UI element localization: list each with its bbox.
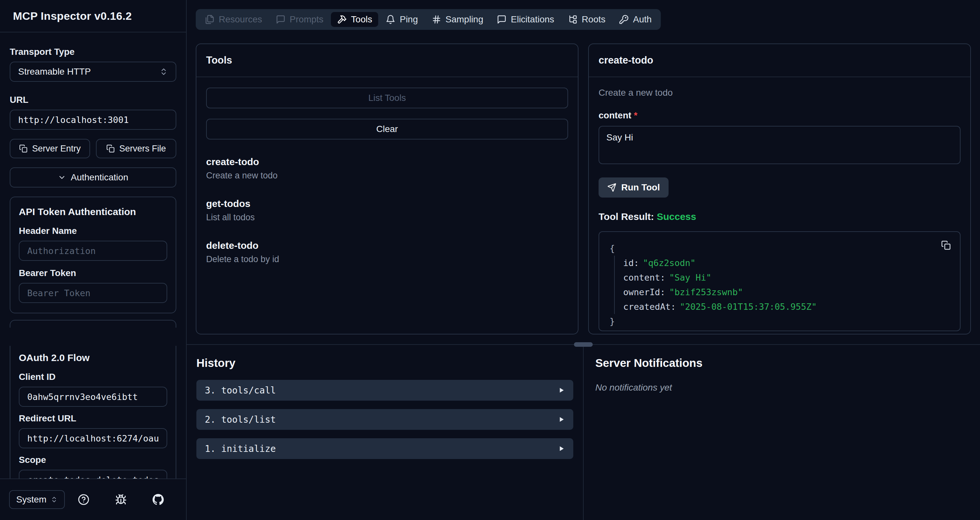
scope-input[interactable]	[19, 470, 167, 479]
transport-type-select[interactable]: Streamable HTTP	[10, 62, 176, 82]
copy-icon	[19, 144, 27, 153]
copy-result-button[interactable]	[941, 240, 951, 250]
clipped-card	[10, 320, 176, 328]
sidebar-header: MCP Inspector v0.16.2	[0, 0, 186, 32]
server-entry-button[interactable]: Server Entry	[10, 139, 90, 158]
authentication-toggle[interactable]: Authentication	[10, 167, 176, 188]
sidebar-body: Transport Type Streamable HTTP URL Serve…	[0, 32, 186, 479]
chevrons-up-down-icon	[51, 496, 58, 503]
tab-tools[interactable]: Tools	[331, 12, 378, 27]
json-open-brace: {	[609, 241, 950, 255]
tab-roots[interactable]: Roots	[562, 12, 611, 27]
list-tools-button[interactable]: List Tools	[206, 88, 568, 108]
tool-name: get-todos	[206, 198, 568, 209]
tool-description: Create a new todo	[206, 171, 568, 181]
tab-auth[interactable]: Auth	[613, 12, 658, 27]
tool-description: Delete a todo by id	[206, 254, 568, 265]
tab-elicitations[interactable]: Elicitations	[491, 12, 560, 27]
oauth-flow-card: OAuth 2.0 Flow Client ID Redirect URL Sc…	[10, 346, 176, 479]
redirect-url-label: Redirect URL	[19, 413, 167, 424]
json-value: "bzif253zswnb"	[669, 287, 743, 297]
github-icon	[152, 494, 164, 506]
history-title: History	[196, 357, 573, 370]
chevrons-up-down-icon	[159, 67, 168, 76]
help-circle-icon	[78, 494, 89, 506]
json-key: createdAt:	[623, 302, 676, 312]
bug-report-button[interactable]	[115, 494, 127, 506]
history-item[interactable]: 1. initialize	[196, 438, 573, 459]
copy-icon	[106, 144, 115, 153]
main-area: Resources Prompts Tools Ping	[187, 0, 980, 520]
url-input[interactable]	[10, 110, 176, 130]
tab-resources[interactable]: Resources	[199, 12, 268, 27]
server-notifications-panel: Server Notifications No notifications ye…	[584, 345, 980, 520]
required-asterisk: *	[634, 110, 638, 120]
api-token-card: API Token Authentication Header Name Bea…	[10, 196, 176, 313]
history-item-label: 2. tools/list	[205, 414, 276, 425]
tab-prompts[interactable]: Prompts	[270, 12, 329, 27]
history-item[interactable]: 3. tools/call	[196, 380, 573, 400]
clear-button[interactable]: Clear	[206, 119, 568, 139]
splitter-drag-handle[interactable]	[574, 342, 593, 347]
bug-icon	[115, 494, 127, 506]
bell-icon	[386, 14, 395, 24]
tool-runner-title: create-todo	[589, 44, 970, 77]
tab-label: Resources	[219, 14, 262, 25]
sidebar-footer: System	[0, 479, 186, 520]
client-id-input[interactable]	[19, 387, 167, 407]
tab-label: Sampling	[445, 14, 484, 25]
triangle-right-icon	[558, 416, 565, 423]
footer-icons	[65, 494, 177, 506]
tab-bar: Resources Prompts Tools Ping	[196, 9, 661, 30]
tool-name: delete-todo	[206, 240, 568, 251]
tools-panel-body: List Tools Clear create-todo Create a ne…	[196, 77, 578, 334]
key-icon	[619, 14, 629, 24]
json-value: "2025-08-01T15:37:05.955Z"	[680, 302, 817, 312]
history-items: 3. tools/call 2. tools/list 1. initializ…	[196, 380, 573, 459]
files-icon	[205, 14, 215, 24]
app-title: MCP Inspector v0.16.2	[13, 10, 132, 22]
json-row: ownerId:"bzif253zswnb"	[623, 285, 950, 300]
theme-select[interactable]: System	[9, 490, 65, 509]
folder-tree-icon	[568, 14, 578, 24]
tab-ping[interactable]: Ping	[380, 12, 424, 27]
servers-file-label: Servers File	[119, 144, 166, 154]
notifications-empty-text: No notifications yet	[595, 383, 968, 393]
redirect-url-input[interactable]	[19, 428, 167, 448]
json-row: id:"q6z2sodn"	[623, 255, 950, 270]
bearer-token-input[interactable]	[19, 283, 167, 303]
history-item[interactable]: 2. tools/list	[196, 409, 573, 430]
tool-runner-description: Create a new todo	[598, 88, 961, 98]
header-name-input[interactable]	[19, 241, 167, 261]
transport-type-label: Transport Type	[10, 47, 176, 57]
tool-list: create-todo Create a new todo get-todos …	[206, 156, 568, 265]
upper-panels: Tools List Tools Clear create-todo Creat…	[187, 43, 980, 335]
tool-result-label: Tool Result:	[598, 211, 654, 222]
tab-label: Elicitations	[511, 14, 554, 25]
tool-list-item[interactable]: create-todo Create a new todo	[206, 156, 568, 181]
send-icon	[607, 183, 616, 192]
tab-label: Roots	[582, 14, 605, 25]
json-key: ownerId:	[623, 287, 665, 297]
history-item-label: 3. tools/call	[205, 385, 276, 396]
run-tool-button[interactable]: Run Tool	[598, 177, 668, 198]
tool-list-item[interactable]: delete-todo Delete a todo by id	[206, 240, 568, 265]
json-value: "Say Hi"	[669, 273, 711, 282]
client-id-label: Client ID	[19, 372, 167, 382]
tab-label: Auth	[633, 14, 652, 25]
hash-icon	[432, 14, 441, 24]
tab-label: Ping	[399, 14, 418, 25]
tool-list-item[interactable]: get-todos List all todos	[206, 198, 568, 223]
run-tool-label: Run Tool	[621, 182, 660, 193]
tools-panel-title: Tools	[196, 44, 578, 77]
help-button[interactable]	[78, 494, 89, 506]
servers-file-button[interactable]: Servers File	[96, 139, 176, 158]
github-button[interactable]	[152, 494, 164, 506]
json-key: id:	[623, 258, 639, 268]
scope-label: Scope	[19, 455, 167, 465]
content-textarea[interactable]: Say Hi	[598, 126, 961, 164]
tab-sampling[interactable]: Sampling	[425, 12, 490, 27]
bearer-token-label: Bearer Token	[19, 268, 167, 278]
json-row: content:"Say Hi"	[623, 270, 950, 285]
server-entry-label: Server Entry	[32, 144, 81, 154]
